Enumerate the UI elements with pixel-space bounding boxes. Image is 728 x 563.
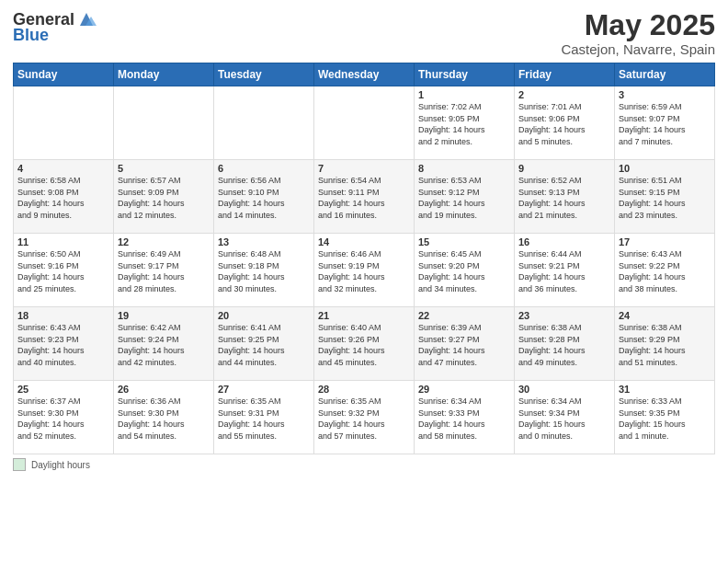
day-number: 3 (619, 89, 711, 100)
day-number: 27 (218, 384, 310, 395)
day-info: Sunrise: 6:42 AM Sunset: 9:24 PM Dayligh… (118, 322, 210, 368)
calendar-cell: 23Sunrise: 6:38 AM Sunset: 9:28 PM Dayli… (515, 307, 615, 381)
day-number: 23 (518, 310, 610, 321)
calendar-cell: 29Sunrise: 6:34 AM Sunset: 9:33 PM Dayli… (415, 381, 515, 454)
day-number: 22 (418, 310, 510, 321)
day-number: 15 (418, 236, 510, 247)
col-friday: Friday (515, 63, 615, 86)
day-number: 14 (318, 236, 410, 247)
day-number: 9 (518, 163, 610, 174)
day-number: 24 (619, 310, 711, 321)
calendar-cell: 31Sunrise: 6:33 AM Sunset: 9:35 PM Dayli… (615, 381, 715, 454)
day-number: 13 (218, 236, 310, 247)
header-row: Sunday Monday Tuesday Wednesday Thursday… (14, 63, 715, 86)
day-number: 7 (318, 163, 410, 174)
day-info: Sunrise: 6:38 AM Sunset: 9:29 PM Dayligh… (619, 322, 711, 368)
calendar-cell: 30Sunrise: 6:34 AM Sunset: 9:34 PM Dayli… (515, 381, 615, 454)
calendar-cell: 18Sunrise: 6:43 AM Sunset: 9:23 PM Dayli… (14, 307, 114, 381)
day-info: Sunrise: 7:02 AM Sunset: 9:05 PM Dayligh… (418, 101, 510, 147)
calendar-week-3: 18Sunrise: 6:43 AM Sunset: 9:23 PM Dayli… (14, 307, 715, 381)
logo-blue: Blue (13, 26, 49, 45)
location: Castejon, Navarre, Spain (561, 41, 715, 57)
day-number: 18 (17, 310, 109, 321)
day-info: Sunrise: 6:49 AM Sunset: 9:17 PM Dayligh… (118, 248, 210, 294)
col-wednesday: Wednesday (314, 63, 415, 86)
calendar-cell: 25Sunrise: 6:37 AM Sunset: 9:30 PM Dayli… (14, 381, 114, 454)
calendar-cell: 24Sunrise: 6:38 AM Sunset: 9:29 PM Dayli… (615, 307, 715, 381)
calendar-cell: 8Sunrise: 6:53 AM Sunset: 9:12 PM Daylig… (415, 160, 515, 234)
title-section: May 2025 Castejon, Navarre, Spain (561, 9, 715, 57)
day-number: 8 (418, 163, 510, 174)
calendar-week-4: 25Sunrise: 6:37 AM Sunset: 9:30 PM Dayli… (14, 381, 715, 454)
calendar-cell: 7Sunrise: 6:54 AM Sunset: 9:11 PM Daylig… (314, 160, 415, 234)
day-info: Sunrise: 6:34 AM Sunset: 9:33 PM Dayligh… (418, 396, 510, 442)
calendar-cell: 12Sunrise: 6:49 AM Sunset: 9:17 PM Dayli… (114, 234, 214, 307)
calendar-cell: 21Sunrise: 6:40 AM Sunset: 9:26 PM Dayli… (314, 307, 415, 381)
day-number: 26 (118, 384, 210, 395)
calendar-cell: 14Sunrise: 6:46 AM Sunset: 9:19 PM Dayli… (314, 234, 415, 307)
day-number: 28 (318, 384, 410, 395)
day-info: Sunrise: 6:54 AM Sunset: 9:11 PM Dayligh… (318, 175, 410, 221)
page: General Blue May 2025 Castejon, Navarre,… (0, 0, 728, 563)
calendar-cell: 27Sunrise: 6:35 AM Sunset: 9:31 PM Dayli… (214, 381, 314, 454)
calendar-table: Sunday Monday Tuesday Wednesday Thursday… (13, 63, 715, 454)
calendar-cell: 26Sunrise: 6:36 AM Sunset: 9:30 PM Dayli… (114, 381, 214, 454)
day-number: 21 (318, 310, 410, 321)
day-number: 16 (518, 236, 610, 247)
day-number: 12 (118, 236, 210, 247)
day-number: 1 (418, 89, 510, 100)
calendar-cell: 19Sunrise: 6:42 AM Sunset: 9:24 PM Dayli… (114, 307, 214, 381)
day-info: Sunrise: 6:48 AM Sunset: 9:18 PM Dayligh… (218, 248, 310, 294)
day-number: 20 (218, 310, 310, 321)
day-number: 6 (218, 163, 310, 174)
calendar-cell: 3Sunrise: 6:59 AM Sunset: 9:07 PM Daylig… (615, 86, 715, 160)
calendar-cell: 10Sunrise: 6:51 AM Sunset: 9:15 PM Dayli… (615, 160, 715, 234)
day-number: 11 (17, 236, 109, 247)
col-thursday: Thursday (415, 63, 515, 86)
day-number: 30 (518, 384, 610, 395)
calendar-week-0: 1Sunrise: 7:02 AM Sunset: 9:05 PM Daylig… (14, 86, 715, 160)
calendar-cell: 6Sunrise: 6:56 AM Sunset: 9:10 PM Daylig… (214, 160, 314, 234)
footer: Daylight hours (13, 458, 715, 471)
day-info: Sunrise: 6:46 AM Sunset: 9:19 PM Dayligh… (318, 248, 410, 294)
calendar-cell: 2Sunrise: 7:01 AM Sunset: 9:06 PM Daylig… (515, 86, 615, 160)
calendar-cell (14, 86, 114, 160)
day-info: Sunrise: 6:40 AM Sunset: 9:26 PM Dayligh… (318, 322, 410, 368)
day-number: 29 (418, 384, 510, 395)
day-info: Sunrise: 6:56 AM Sunset: 9:10 PM Dayligh… (218, 175, 310, 221)
day-number: 31 (619, 384, 711, 395)
calendar-cell: 4Sunrise: 6:58 AM Sunset: 9:08 PM Daylig… (14, 160, 114, 234)
calendar-cell (314, 86, 415, 160)
header: General Blue May 2025 Castejon, Navarre,… (13, 9, 715, 57)
day-number: 10 (619, 163, 711, 174)
day-info: Sunrise: 6:35 AM Sunset: 9:32 PM Dayligh… (318, 396, 410, 442)
day-number: 4 (17, 163, 109, 174)
day-info: Sunrise: 6:53 AM Sunset: 9:12 PM Dayligh… (418, 175, 510, 221)
day-info: Sunrise: 6:44 AM Sunset: 9:21 PM Dayligh… (518, 248, 610, 294)
day-info: Sunrise: 6:37 AM Sunset: 9:30 PM Dayligh… (17, 396, 109, 442)
day-info: Sunrise: 6:59 AM Sunset: 9:07 PM Dayligh… (619, 101, 711, 147)
calendar-cell: 20Sunrise: 6:41 AM Sunset: 9:25 PM Dayli… (214, 307, 314, 381)
calendar-cell: 9Sunrise: 6:52 AM Sunset: 9:13 PM Daylig… (515, 160, 615, 234)
logo-icon (76, 9, 97, 29)
daylight-box (13, 458, 26, 471)
day-info: Sunrise: 6:51 AM Sunset: 9:15 PM Dayligh… (619, 175, 711, 221)
day-info: Sunrise: 7:01 AM Sunset: 9:06 PM Dayligh… (518, 101, 610, 147)
day-info: Sunrise: 6:43 AM Sunset: 9:22 PM Dayligh… (619, 248, 711, 294)
calendar-week-2: 11Sunrise: 6:50 AM Sunset: 9:16 PM Dayli… (14, 234, 715, 307)
calendar-cell: 13Sunrise: 6:48 AM Sunset: 9:18 PM Dayli… (214, 234, 314, 307)
day-info: Sunrise: 6:34 AM Sunset: 9:34 PM Dayligh… (518, 396, 610, 442)
day-info: Sunrise: 6:52 AM Sunset: 9:13 PM Dayligh… (518, 175, 610, 221)
day-info: Sunrise: 6:35 AM Sunset: 9:31 PM Dayligh… (218, 396, 310, 442)
day-info: Sunrise: 6:38 AM Sunset: 9:28 PM Dayligh… (518, 322, 610, 368)
calendar-week-1: 4Sunrise: 6:58 AM Sunset: 9:08 PM Daylig… (14, 160, 715, 234)
day-info: Sunrise: 6:33 AM Sunset: 9:35 PM Dayligh… (619, 396, 711, 442)
calendar-cell: 17Sunrise: 6:43 AM Sunset: 9:22 PM Dayli… (615, 234, 715, 307)
calendar-cell: 11Sunrise: 6:50 AM Sunset: 9:16 PM Dayli… (14, 234, 114, 307)
calendar-cell: 22Sunrise: 6:39 AM Sunset: 9:27 PM Dayli… (415, 307, 515, 381)
day-number: 17 (619, 236, 711, 247)
day-info: Sunrise: 6:45 AM Sunset: 9:20 PM Dayligh… (418, 248, 510, 294)
calendar-cell: 15Sunrise: 6:45 AM Sunset: 9:20 PM Dayli… (415, 234, 515, 307)
day-info: Sunrise: 6:43 AM Sunset: 9:23 PM Dayligh… (17, 322, 109, 368)
daylight-label: Daylight hours (31, 460, 90, 470)
